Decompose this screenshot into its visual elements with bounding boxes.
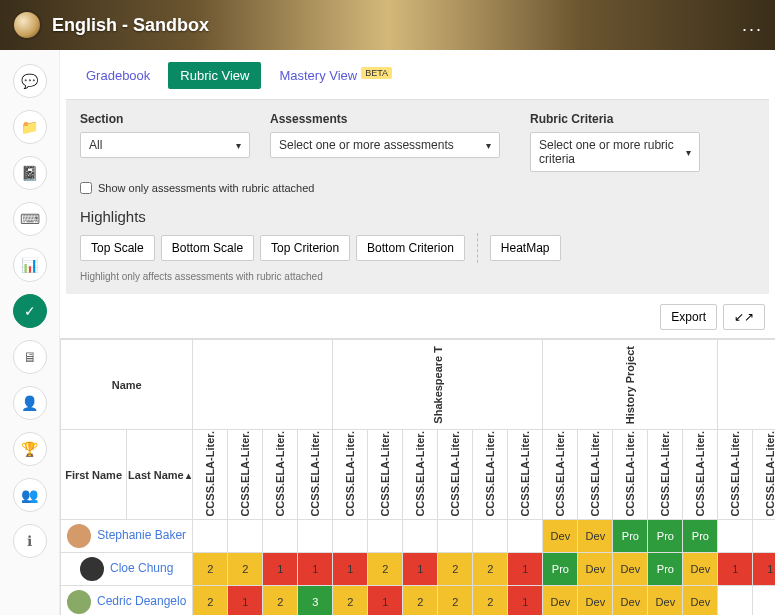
score-cell[interactable]: Dev <box>683 586 718 616</box>
monitor-icon[interactable]: 🖥 <box>13 340 47 374</box>
heatmap-button[interactable]: HeatMap <box>490 235 561 261</box>
score-cell[interactable] <box>333 520 368 553</box>
standard-header[interactable]: CCSS.ELA-Liter. <box>613 430 648 520</box>
score-cell[interactable]: 2 <box>193 586 228 616</box>
standard-header[interactable]: CCSS.ELA-Liter. <box>403 430 438 520</box>
score-cell[interactable] <box>718 586 753 616</box>
student-cell[interactable]: Cloe Chung <box>61 553 193 586</box>
bottom-scale-button[interactable]: Bottom Scale <box>161 235 254 261</box>
section-select[interactable]: All ▾ <box>80 132 250 158</box>
comment-icon[interactable]: 💬 <box>13 64 47 98</box>
export-button[interactable]: Export <box>660 304 717 330</box>
score-cell[interactable]: 1 <box>368 586 403 616</box>
tab-gradebook[interactable]: Gradebook <box>74 62 162 89</box>
group-header[interactable]: Shakespeare T <box>333 340 543 430</box>
student-link[interactable]: Cedric Deangelo <box>97 594 186 608</box>
score-cell[interactable] <box>298 520 333 553</box>
score-cell[interactable] <box>438 520 473 553</box>
score-cell[interactable]: 1 <box>228 586 263 616</box>
score-cell[interactable] <box>263 520 298 553</box>
standard-header[interactable]: CCSS.ELA-Liter. <box>368 430 403 520</box>
assessments-select[interactable]: Select one or more assessments ▾ <box>270 132 500 158</box>
notebook-icon[interactable]: 📓 <box>13 156 47 190</box>
score-cell[interactable]: 2 <box>403 586 438 616</box>
standard-header[interactable]: CCSS.ELA-Liter. <box>193 430 228 520</box>
info-icon[interactable]: ℹ <box>13 524 47 558</box>
more-icon[interactable]: ... <box>742 15 763 36</box>
score-cell[interactable]: 1 <box>508 586 543 616</box>
show-only-rubric-checkbox[interactable] <box>80 182 92 194</box>
group-header[interactable]: History Project <box>543 340 718 430</box>
score-cell[interactable]: Dev <box>613 553 648 586</box>
score-cell[interactable]: 2 <box>473 553 508 586</box>
tab-rubric-view[interactable]: Rubric View <box>168 62 261 89</box>
student-link[interactable]: Cloe Chung <box>110 561 173 575</box>
score-cell[interactable] <box>753 520 775 553</box>
score-cell[interactable]: 2 <box>438 586 473 616</box>
standard-header[interactable]: CCSS.ELA-Liter. <box>508 430 543 520</box>
score-cell[interactable]: Dev <box>578 520 613 553</box>
score-cell[interactable]: 1 <box>508 553 543 586</box>
score-cell[interactable] <box>473 520 508 553</box>
score-cell[interactable]: Dev <box>543 586 578 616</box>
score-cell[interactable]: Dev <box>578 586 613 616</box>
score-cell[interactable]: 1 <box>263 553 298 586</box>
checkmark-icon[interactable]: ✓ <box>13 294 47 328</box>
score-cell[interactable] <box>193 520 228 553</box>
score-cell[interactable]: Pro <box>648 553 683 586</box>
rubric-select[interactable]: Select one or more rubric criteria ▾ <box>530 132 700 172</box>
first-name-header[interactable]: First Name <box>61 430 127 520</box>
standard-header[interactable]: CCSS.ELA-Liter. <box>753 430 775 520</box>
chart-icon[interactable]: 📊 <box>13 248 47 282</box>
standard-header[interactable]: CCSS.ELA-Liter. <box>333 430 368 520</box>
score-cell[interactable] <box>403 520 438 553</box>
score-cell[interactable]: 1 <box>718 553 753 586</box>
score-cell[interactable]: 3 <box>298 586 333 616</box>
expand-button[interactable]: ↙↗ <box>723 304 765 330</box>
score-cell[interactable]: Dev <box>613 586 648 616</box>
group-icon[interactable]: 👥 <box>13 478 47 512</box>
score-cell[interactable] <box>508 520 543 553</box>
tab-mastery-view[interactable]: Mastery ViewBETA <box>267 62 404 89</box>
score-cell[interactable]: 2 <box>368 553 403 586</box>
student-cell[interactable]: Stephanie Baker <box>61 520 193 553</box>
score-cell[interactable] <box>368 520 403 553</box>
score-cell[interactable]: Dev <box>648 586 683 616</box>
score-cell[interactable]: 2 <box>473 586 508 616</box>
folder-icon[interactable]: 📁 <box>13 110 47 144</box>
score-cell[interactable]: Pro <box>543 553 578 586</box>
student-link[interactable]: Stephanie Baker <box>97 528 186 542</box>
group-header[interactable] <box>718 340 775 430</box>
score-cell[interactable]: Pro <box>648 520 683 553</box>
score-cell[interactable]: Pro <box>613 520 648 553</box>
top-scale-button[interactable]: Top Scale <box>80 235 155 261</box>
standard-header[interactable]: CCSS.ELA-Liter. <box>543 430 578 520</box>
score-cell[interactable]: 2 <box>438 553 473 586</box>
standard-header[interactable]: CCSS.ELA-Liter. <box>263 430 298 520</box>
score-cell[interactable]: 1 <box>753 553 775 586</box>
standard-header[interactable]: CCSS.ELA-Liter. <box>578 430 613 520</box>
trophy-icon[interactable]: 🏆 <box>13 432 47 466</box>
group-header[interactable] <box>193 340 333 430</box>
student-cell[interactable]: Cedric Deangelo <box>61 586 193 616</box>
score-cell[interactable]: 1 <box>298 553 333 586</box>
standard-header[interactable]: CCSS.ELA-Liter. <box>683 430 718 520</box>
standard-header[interactable]: CCSS.ELA-Liter. <box>718 430 753 520</box>
score-cell[interactable] <box>718 520 753 553</box>
score-cell[interactable] <box>228 520 263 553</box>
keyboard-icon[interactable]: ⌨ <box>13 202 47 236</box>
last-name-header[interactable]: Last Name <box>127 430 193 520</box>
standard-header[interactable]: CCSS.ELA-Liter. <box>438 430 473 520</box>
score-cell[interactable]: 2 <box>333 586 368 616</box>
score-cell[interactable]: 2 <box>228 553 263 586</box>
standard-header[interactable]: CCSS.ELA-Liter. <box>648 430 683 520</box>
standard-header[interactable]: CCSS.ELA-Liter. <box>473 430 508 520</box>
score-cell[interactable]: 1 <box>403 553 438 586</box>
user-icon[interactable]: 👤 <box>13 386 47 420</box>
score-cell[interactable]: 2 <box>263 586 298 616</box>
score-cell[interactable]: Dev <box>543 520 578 553</box>
score-cell[interactable]: 1 <box>333 553 368 586</box>
standard-header[interactable]: CCSS.ELA-Liter. <box>298 430 333 520</box>
score-cell[interactable]: Dev <box>578 553 613 586</box>
score-cell[interactable]: 2 <box>193 553 228 586</box>
